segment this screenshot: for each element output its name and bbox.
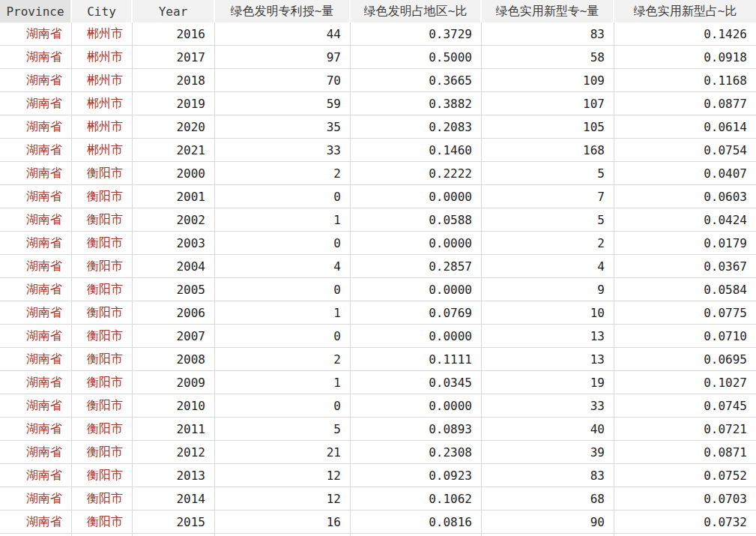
cell-province[interactable]: 湖南省 <box>0 115 72 138</box>
cell-green-utility-grants[interactable]: 40 <box>482 418 614 440</box>
cell-green-invention-grants[interactable]: 97 <box>215 46 351 68</box>
cell-green-utility-grants[interactable]: 90 <box>482 511 614 533</box>
cell-green-invention-grants[interactable]: 0 <box>215 232 351 254</box>
cell-year[interactable]: 2016 <box>133 22 215 45</box>
cell-green-invention-grants[interactable]: 21 <box>215 441 351 463</box>
cell-green-utility-share[interactable]: 0.0732 <box>614 511 756 533</box>
cell-province[interactable]: 湖南省 <box>0 487 72 510</box>
cell-province[interactable]: 湖南省 <box>0 162 72 184</box>
cell-green-utility-grants[interactable]: 33 <box>482 394 614 417</box>
column-header-green-invention-grants[interactable]: 绿色发明专利授~量 <box>215 0 351 22</box>
cell-province[interactable]: 湖南省 <box>0 325 72 347</box>
cell-year[interactable]: 2003 <box>133 232 215 254</box>
cell-province[interactable]: 湖南省 <box>0 371 72 394</box>
cell-green-invention-share[interactable]: 0.0000 <box>351 394 482 417</box>
cell-green-utility-share[interactable]: 0.1168 <box>614 69 756 91</box>
cell-province[interactable]: 湖南省 <box>0 69 72 91</box>
cell-province[interactable]: 湖南省 <box>0 255 72 277</box>
cell-green-utility-share[interactable]: 0.0871 <box>614 441 756 463</box>
cell-year[interactable]: 2020 <box>133 115 215 138</box>
cell-province[interactable]: 湖南省 <box>0 46 72 68</box>
cell-year[interactable]: 2015 <box>133 511 215 533</box>
cell-green-utility-share[interactable]: 0.0614 <box>614 115 756 138</box>
cell-green-invention-grants[interactable]: 16 <box>215 511 351 533</box>
cell-year[interactable]: 2004 <box>133 255 215 277</box>
cell-green-utility-grants[interactable]: 105 <box>482 115 614 138</box>
cell-city[interactable]: 衡阳市 <box>72 464 133 487</box>
cell-city[interactable]: 郴州市 <box>72 46 133 68</box>
cell-green-invention-grants[interactable]: 59 <box>215 92 351 115</box>
cell-green-utility-share[interactable]: 0.0695 <box>614 348 756 370</box>
cell-green-invention-share[interactable]: 0.2308 <box>351 441 482 463</box>
cell-green-utility-grants[interactable]: 13 <box>482 325 614 347</box>
column-header-green-invention-share[interactable]: 绿色发明占地区~比 <box>351 0 482 22</box>
cell-year[interactable]: 2008 <box>133 348 215 370</box>
cell-green-utility-share[interactable]: 0.0918 <box>614 46 756 68</box>
cell-green-invention-share[interactable]: 0.0000 <box>351 232 482 254</box>
cell-year[interactable]: 2005 <box>133 278 215 301</box>
cell-year[interactable]: 2009 <box>133 371 215 394</box>
cell-green-invention-grants[interactable]: 12 <box>215 487 351 510</box>
cell-green-utility-share[interactable]: 0.1426 <box>614 22 756 45</box>
cell-city[interactable]: 衡阳市 <box>72 418 133 440</box>
cell-green-utility-share[interactable]: 0.0584 <box>614 278 756 301</box>
cell-green-invention-grants[interactable]: 12 <box>215 464 351 487</box>
cell-green-invention-share[interactable]: 0.0588 <box>351 208 482 231</box>
cell-green-utility-share[interactable]: 0.0424 <box>614 208 756 231</box>
cell-green-utility-grants[interactable]: 5 <box>482 208 614 231</box>
cell-province[interactable]: 湖南省 <box>0 232 72 254</box>
cell-green-utility-grants[interactable]: 109 <box>482 69 614 91</box>
cell-green-invention-share[interactable]: 0.3665 <box>351 69 482 91</box>
cell-green-invention-grants[interactable]: 70 <box>215 69 351 91</box>
cell-year[interactable]: 2012 <box>133 441 215 463</box>
cell-green-invention-share[interactable]: 0.0769 <box>351 301 482 324</box>
cell-green-utility-grants[interactable]: 68 <box>482 487 614 510</box>
cell-green-invention-grants[interactable]: 1 <box>215 301 351 324</box>
cell-city[interactable]: 衡阳市 <box>72 487 133 510</box>
cell-green-invention-share[interactable]: 0.0816 <box>351 511 482 533</box>
cell-city[interactable]: 郴州市 <box>72 22 133 45</box>
cell-green-utility-share[interactable]: 0.0877 <box>614 92 756 115</box>
cell-city[interactable]: 郴州市 <box>72 92 133 115</box>
cell-green-invention-share[interactable]: 0.2083 <box>351 115 482 138</box>
cell-green-utility-grants[interactable]: 19 <box>482 371 614 394</box>
cell-green-utility-share[interactable]: 0.0710 <box>614 325 756 347</box>
cell-green-utility-share[interactable]: 0.0745 <box>614 394 756 417</box>
cell-year[interactable]: 2007 <box>133 325 215 347</box>
cell-year[interactable]: 2000 <box>133 162 215 184</box>
cell-year[interactable]: 2017 <box>133 46 215 68</box>
cell-green-invention-share[interactable]: 0.0000 <box>351 278 482 301</box>
cell-green-invention-grants[interactable]: 1 <box>215 371 351 394</box>
cell-city[interactable]: 衡阳市 <box>72 185 133 208</box>
cell-city[interactable]: 郴州市 <box>72 139 133 161</box>
cell-green-utility-grants[interactable]: 10 <box>482 301 614 324</box>
cell-city[interactable]: 衡阳市 <box>72 348 133 370</box>
cell-green-invention-grants[interactable]: 5 <box>215 418 351 440</box>
cell-city[interactable]: 衡阳市 <box>72 232 133 254</box>
cell-green-utility-share[interactable]: 0.1027 <box>614 371 756 394</box>
cell-province[interactable]: 湖南省 <box>0 418 72 440</box>
cell-province[interactable]: 湖南省 <box>0 139 72 161</box>
cell-year[interactable]: 2018 <box>133 69 215 91</box>
cell-green-utility-share[interactable]: 0.0703 <box>614 487 756 510</box>
cell-city[interactable]: 衡阳市 <box>72 441 133 463</box>
cell-green-utility-grants[interactable]: 4 <box>482 255 614 277</box>
cell-city[interactable]: 衡阳市 <box>72 208 133 231</box>
cell-city[interactable]: 衡阳市 <box>72 371 133 394</box>
cell-green-utility-share[interactable]: 0.0179 <box>614 232 756 254</box>
cell-green-utility-grants[interactable]: 7 <box>482 185 614 208</box>
cell-green-utility-grants[interactable]: 83 <box>482 464 614 487</box>
cell-green-utility-grants[interactable]: 58 <box>482 46 614 68</box>
cell-green-utility-grants[interactable]: 13 <box>482 348 614 370</box>
cell-province[interactable]: 湖南省 <box>0 22 72 45</box>
cell-green-invention-grants[interactable]: 2 <box>215 348 351 370</box>
cell-year[interactable]: 2019 <box>133 92 215 115</box>
cell-green-utility-grants[interactable]: 83 <box>482 22 614 45</box>
cell-green-invention-share[interactable]: 0.3729 <box>351 22 482 45</box>
column-header-province[interactable]: Province <box>0 0 72 22</box>
column-header-year[interactable]: Year <box>133 0 215 22</box>
cell-city[interactable]: 郴州市 <box>72 115 133 138</box>
cell-green-utility-grants[interactable]: 2 <box>482 232 614 254</box>
column-header-green-utility-grants[interactable]: 绿色实用新型专~量 <box>482 0 614 22</box>
cell-province[interactable]: 湖南省 <box>0 348 72 370</box>
